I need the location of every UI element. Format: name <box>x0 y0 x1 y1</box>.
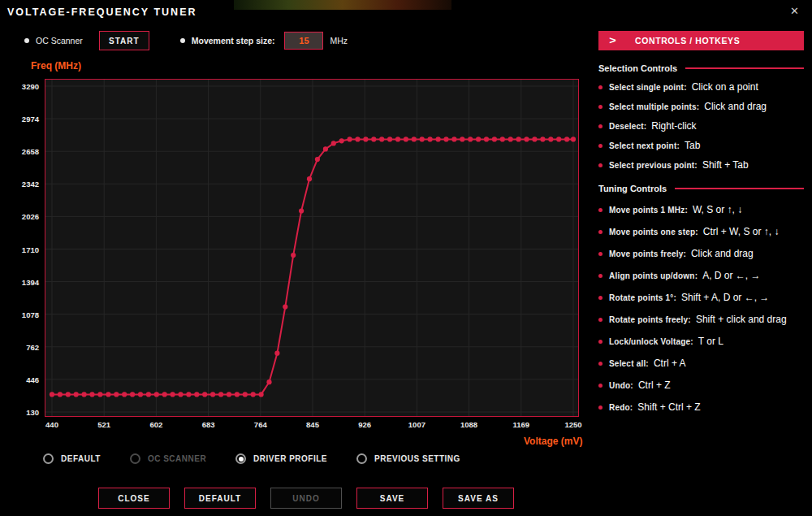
vf-point[interactable] <box>387 137 392 141</box>
vf-point[interactable] <box>379 137 384 141</box>
hotkey-item: Move points one step:Ctrl + W, S or ↑, ↓ <box>598 226 804 237</box>
title-bar[interactable]: VOLTAGE-FREQUENCY TUNER ✕ <box>0 0 812 23</box>
vf-point[interactable] <box>339 138 344 143</box>
vf-point[interactable] <box>468 137 473 141</box>
vf-point[interactable] <box>186 392 191 397</box>
hotkey-value: Click on a point <box>692 81 758 93</box>
vf-point[interactable] <box>146 392 151 397</box>
vf-point[interactable] <box>460 137 464 141</box>
close-icon[interactable]: ✕ <box>785 4 804 18</box>
vf-point[interactable] <box>315 157 320 162</box>
vf-point[interactable] <box>571 137 576 141</box>
vf-point[interactable] <box>484 137 489 141</box>
vf-point[interactable] <box>508 137 513 141</box>
vf-point[interactable] <box>412 137 417 141</box>
profile-radio-group: DEFAULTOC SCANNERDRIVER PROFILEPREVIOUS … <box>43 453 460 464</box>
vf-point[interactable] <box>331 141 336 145</box>
vf-point[interactable] <box>89 392 94 397</box>
vf-point[interactable] <box>307 176 312 181</box>
vf-tuner-window: VOLTAGE-FREQUENCY TUNER ✕ OC Scanner STA… <box>0 0 812 516</box>
vf-point[interactable] <box>532 137 537 141</box>
vf-point[interactable] <box>58 392 63 397</box>
vf-point[interactable] <box>323 146 328 151</box>
vf-point[interactable] <box>122 392 127 397</box>
hotkeys-panel: Selection ControlsSelect single point:Cl… <box>598 57 804 413</box>
vf-point[interactable] <box>451 137 456 141</box>
vf-point[interactable] <box>66 392 71 397</box>
vf-point[interactable] <box>428 137 433 141</box>
vf-point[interactable] <box>283 305 287 310</box>
vf-point[interactable] <box>235 392 240 397</box>
section-divider <box>685 67 804 69</box>
bullet-icon <box>598 274 603 278</box>
vf-point[interactable] <box>564 137 569 141</box>
vf-point[interactable] <box>171 392 175 397</box>
profile-radio-previous-setting[interactable]: PREVIOUS SETTING <box>356 453 460 464</box>
vf-point[interactable] <box>516 137 521 141</box>
vf-point[interactable] <box>154 392 159 397</box>
vf-point[interactable] <box>243 392 248 397</box>
vf-point[interactable] <box>74 392 79 397</box>
vf-point[interactable] <box>291 253 296 258</box>
close-button[interactable]: CLOSE <box>98 488 170 509</box>
vf-point[interactable] <box>371 137 376 141</box>
save-button[interactable]: SAVE <box>356 488 428 509</box>
vf-point[interactable] <box>227 392 231 397</box>
vf-point[interactable] <box>299 208 304 213</box>
hotkey-value: Ctrl + Z <box>638 379 671 391</box>
hotkey-item: Rotate points freely:Shift + click and d… <box>598 314 804 325</box>
hotkey-label: Undo: <box>609 381 633 390</box>
vf-point[interactable] <box>138 392 143 397</box>
hotkey-value: Click and drag <box>704 101 767 112</box>
radio-selected-icon <box>235 453 246 464</box>
vf-point[interactable] <box>363 137 368 141</box>
vf-point[interactable] <box>274 351 279 356</box>
vf-point[interactable] <box>218 392 223 397</box>
vf-point[interactable] <box>548 137 553 141</box>
oc-scanner-start-button[interactable]: START <box>99 31 149 50</box>
vf-curve-svg[interactable] <box>45 80 578 416</box>
vf-point[interactable] <box>162 392 167 397</box>
vf-point[interactable] <box>259 392 264 397</box>
y-tick-label: 1078 <box>22 310 39 319</box>
vf-point[interactable] <box>476 137 481 141</box>
vf-point[interactable] <box>395 137 400 141</box>
vf-point[interactable] <box>106 392 110 397</box>
default-button[interactable]: DEFAULT <box>184 488 256 509</box>
step-size-input[interactable] <box>284 32 323 50</box>
vf-point[interactable] <box>355 137 360 141</box>
vf-point[interactable] <box>443 137 448 141</box>
vf-point[interactable] <box>251 392 256 397</box>
profile-radio-default[interactable]: DEFAULT <box>43 453 101 464</box>
vf-point[interactable] <box>82 392 87 397</box>
vf-point[interactable] <box>500 137 505 141</box>
hotkey-label: Rotate points 1°: <box>609 293 676 302</box>
vf-point[interactable] <box>210 392 215 397</box>
vf-point[interactable] <box>202 392 207 397</box>
vf-point[interactable] <box>178 392 183 397</box>
vf-point[interactable] <box>556 137 561 141</box>
vf-point[interactable] <box>194 392 199 397</box>
vf-point[interactable] <box>436 137 441 141</box>
controls-hotkeys-banner[interactable]: > CONTROLS / HOTKEYS <box>598 31 804 50</box>
vf-point[interactable] <box>524 137 529 141</box>
vf-point[interactable] <box>540 137 545 141</box>
hotkey-label: Select previous point: <box>609 161 698 170</box>
save-as-button[interactable]: SAVE AS <box>443 488 514 509</box>
hotkey-item: Redo:Shift + Ctrl + Z <box>598 401 804 413</box>
vf-point[interactable] <box>114 392 119 397</box>
hotkey-value: Shift + Tab <box>702 159 749 171</box>
hotkey-value: Shift + click and drag <box>696 314 787 325</box>
vf-curve-plot[interactable] <box>45 79 579 417</box>
vf-point[interactable] <box>130 392 135 397</box>
vf-point[interactable] <box>420 137 425 141</box>
vf-point[interactable] <box>492 137 497 141</box>
profile-radio-driver-profile[interactable]: DRIVER PROFILE <box>235 453 327 464</box>
vf-point[interactable] <box>97 392 102 397</box>
vf-point[interactable] <box>266 379 271 384</box>
vf-point[interactable] <box>50 392 54 397</box>
profile-radio-oc-scanner: OC SCANNER <box>130 453 206 464</box>
vf-point[interactable] <box>348 137 352 141</box>
bullet-icon <box>598 85 603 89</box>
vf-point[interactable] <box>404 137 408 141</box>
